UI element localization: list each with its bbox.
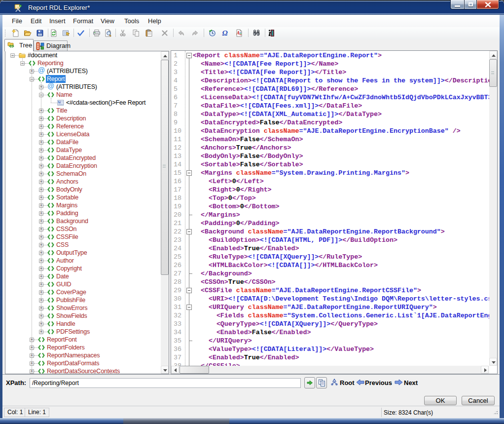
svg-text:A: A — [236, 30, 240, 36]
svg-text:Ω: Ω — [222, 29, 227, 37]
svg-text:A: A — [58, 101, 61, 103]
